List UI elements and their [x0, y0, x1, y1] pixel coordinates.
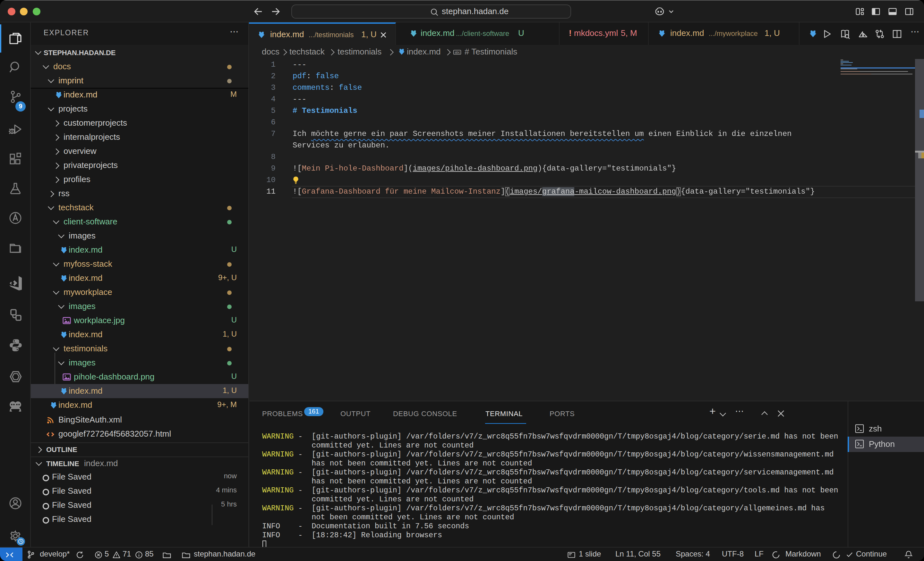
svg-text:abc: abc [454, 50, 460, 54]
